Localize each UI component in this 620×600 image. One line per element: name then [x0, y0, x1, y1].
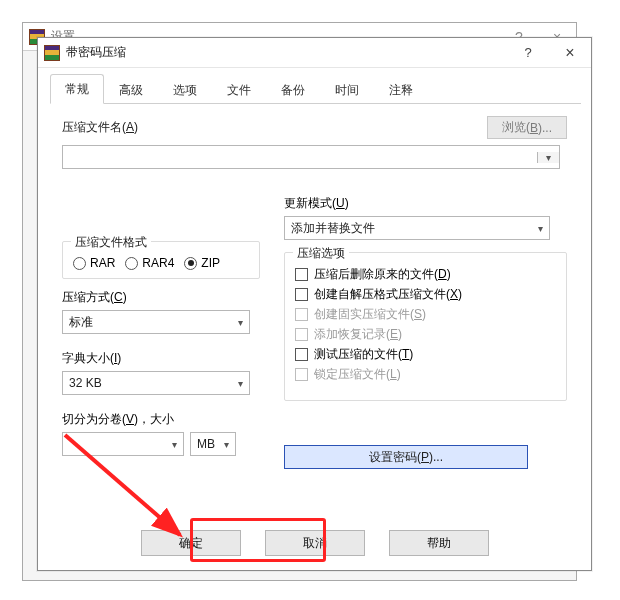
chevron-down-icon: ▾	[238, 317, 243, 328]
update-mode-combo[interactable]: 添加并替换文件 ▾	[284, 216, 550, 240]
split-size-combo[interactable]: ▾	[62, 432, 184, 456]
chevron-down-icon: ▾	[538, 223, 543, 234]
radio-dot-icon	[184, 257, 197, 270]
option-checkbox: 创建固实压缩文件(S)	[295, 306, 556, 323]
method-label: 压缩方式(C)	[62, 289, 260, 306]
format-group-label: 压缩文件格式	[71, 234, 151, 251]
options-groupbox: 压缩选项 压缩后删除原来的文件(D)创建自解压格式压缩文件(X)创建固实压缩文件…	[284, 252, 567, 401]
filename-label: 压缩文件名(A)	[62, 119, 138, 136]
compress-dialog: 带密码压缩 ? × 常规高级选项文件备份时间注释 压缩文件名(A) 浏览(B).…	[37, 37, 592, 571]
help-button[interactable]: 帮助	[389, 530, 489, 556]
compression-method-combo[interactable]: 标准 ▾	[62, 310, 250, 334]
split-unit-combo[interactable]: MB ▾	[190, 432, 236, 456]
browse-button[interactable]: 浏览(B)...	[487, 116, 567, 139]
radio-dot-icon	[125, 257, 138, 270]
checkbox-label: 创建自解压格式压缩文件(X)	[314, 286, 462, 303]
checkbox-label: 添加恢复记录(E)	[314, 326, 402, 343]
chevron-down-icon: ▾	[238, 378, 243, 389]
option-checkbox: 添加恢复记录(E)	[295, 326, 556, 343]
chevron-down-icon: ▾	[172, 439, 177, 450]
tab-时间[interactable]: 时间	[320, 75, 374, 104]
tab-选项[interactable]: 选项	[158, 75, 212, 104]
checkbox-label: 压缩后删除原来的文件(D)	[314, 266, 451, 283]
dialog-title: 带密码压缩	[66, 44, 126, 61]
titlebar-help-button[interactable]: ?	[507, 38, 549, 68]
option-checkbox[interactable]: 测试压缩的文件(T)	[295, 346, 556, 363]
checkbox-box-icon	[295, 348, 308, 361]
checkbox-box-icon	[295, 268, 308, 281]
radio-label: RAR4	[142, 256, 174, 270]
tab-高级[interactable]: 高级	[104, 75, 158, 104]
options-group-label: 压缩选项	[293, 245, 349, 262]
tab-备份[interactable]: 备份	[266, 75, 320, 104]
archive-filename-combo[interactable]: ▾	[62, 145, 560, 169]
option-checkbox[interactable]: 创建自解压格式压缩文件(X)	[295, 286, 556, 303]
dictionary-size-combo[interactable]: 32 KB ▾	[62, 371, 250, 395]
format-radio-rar[interactable]: RAR	[73, 256, 115, 270]
radio-label: RAR	[90, 256, 115, 270]
format-groupbox: 压缩文件格式 RARRAR4ZIP	[62, 241, 260, 279]
dictionary-size-value: 32 KB	[69, 376, 238, 390]
update-mode-value: 添加并替换文件	[291, 220, 538, 237]
tab-文件[interactable]: 文件	[212, 75, 266, 104]
radio-label: ZIP	[201, 256, 220, 270]
split-unit-value: MB	[197, 437, 224, 451]
format-radio-zip[interactable]: ZIP	[184, 256, 220, 270]
dictionary-label: 字典大小(I)	[62, 350, 260, 367]
checkbox-label: 锁定压缩文件(L)	[314, 366, 401, 383]
checkbox-box-icon	[295, 308, 308, 321]
format-radios: RARRAR4ZIP	[73, 256, 249, 270]
app-icon	[44, 45, 60, 61]
chevron-down-icon: ▾	[224, 439, 229, 450]
chevron-down-icon[interactable]: ▾	[537, 152, 559, 163]
format-radio-rar4[interactable]: RAR4	[125, 256, 174, 270]
compression-method-value: 标准	[69, 314, 238, 331]
tab-strip: 常规高级选项文件备份时间注释	[50, 76, 581, 104]
checkbox-label: 创建固实压缩文件(S)	[314, 306, 426, 323]
checkbox-box-icon	[295, 328, 308, 341]
titlebar-close-button[interactable]: ×	[549, 38, 591, 68]
split-label: 切分为分卷(V)，大小	[62, 411, 260, 428]
checkbox-label: 测试压缩的文件(T)	[314, 346, 413, 363]
update-mode-label: 更新模式(U)	[284, 195, 567, 212]
checkbox-box-icon	[295, 288, 308, 301]
checkbox-box-icon	[295, 368, 308, 381]
annotation-ok-highlight	[190, 518, 326, 562]
option-checkbox[interactable]: 压缩后删除原来的文件(D)	[295, 266, 556, 283]
tab-注释[interactable]: 注释	[374, 75, 428, 104]
tab-常规[interactable]: 常规	[50, 74, 104, 104]
option-checkbox: 锁定压缩文件(L)	[295, 366, 556, 383]
radio-dot-icon	[73, 257, 86, 270]
set-password-button[interactable]: 设置密码(P)...	[284, 445, 528, 469]
